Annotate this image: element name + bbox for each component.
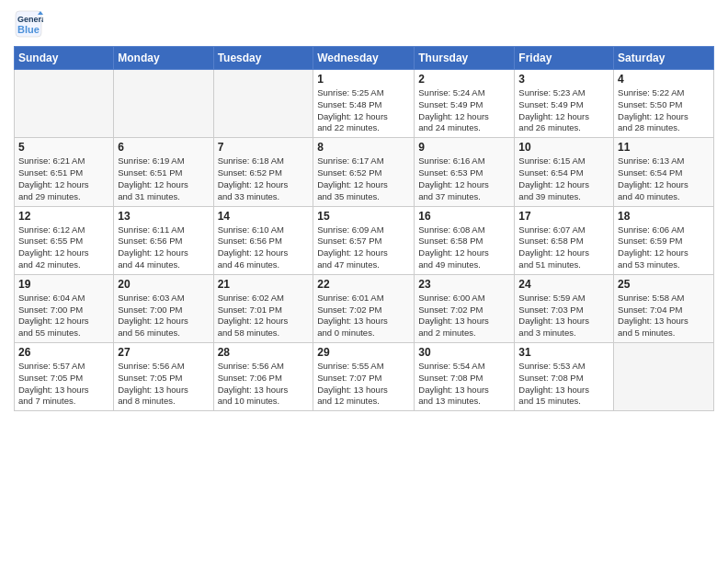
day-number: 1: [317, 73, 410, 86]
calendar-week-row: 19Sunrise: 6:04 AM Sunset: 7:00 PM Dayli…: [15, 274, 714, 342]
svg-text:Blue: Blue: [17, 24, 40, 35]
calendar-cell: 14Sunrise: 6:10 AM Sunset: 6:56 PM Dayli…: [213, 206, 313, 274]
day-number: 12: [18, 210, 109, 223]
day-number: 17: [518, 210, 609, 223]
day-info: Sunrise: 6:12 AM Sunset: 6:55 PM Dayligh…: [18, 224, 109, 271]
day-number: 21: [218, 278, 310, 291]
day-number: 27: [118, 346, 209, 359]
day-info: Sunrise: 6:16 AM Sunset: 6:53 PM Dayligh…: [418, 155, 510, 202]
calendar-week-row: 1Sunrise: 5:25 AM Sunset: 5:48 PM Daylig…: [15, 70, 714, 138]
calendar-weekday-friday: Friday: [515, 47, 614, 70]
logo-svg: General Blue: [14, 9, 43, 39]
calendar-cell: 29Sunrise: 5:55 AM Sunset: 7:07 PM Dayli…: [313, 343, 415, 411]
day-info: Sunrise: 6:04 AM Sunset: 7:00 PM Dayligh…: [18, 293, 109, 339]
day-info: Sunrise: 6:02 AM Sunset: 7:01 PM Dayligh…: [218, 293, 310, 339]
calendar-cell: 28Sunrise: 5:56 AM Sunset: 7:06 PM Dayli…: [213, 343, 313, 411]
day-number: 23: [418, 278, 510, 291]
day-info: Sunrise: 6:00 AM Sunset: 7:02 PM Dayligh…: [418, 293, 510, 339]
day-number: 6: [118, 141, 209, 154]
calendar-cell: 27Sunrise: 5:56 AM Sunset: 7:05 PM Dayli…: [114, 343, 213, 411]
calendar-cell: 12Sunrise: 6:12 AM Sunset: 6:55 PM Dayli…: [15, 206, 114, 274]
calendar-cell: 1Sunrise: 5:25 AM Sunset: 5:48 PM Daylig…: [313, 70, 415, 138]
day-number: 8: [317, 141, 410, 154]
day-number: 13: [118, 210, 209, 223]
day-info: Sunrise: 6:15 AM Sunset: 6:54 PM Dayligh…: [518, 155, 609, 202]
calendar-cell: 19Sunrise: 6:04 AM Sunset: 7:00 PM Dayli…: [15, 274, 114, 342]
day-info: Sunrise: 6:09 AM Sunset: 6:57 PM Dayligh…: [317, 224, 410, 271]
calendar-cell: 4Sunrise: 5:22 AM Sunset: 5:50 PM Daylig…: [614, 70, 714, 138]
day-info: Sunrise: 5:25 AM Sunset: 5:48 PM Dayligh…: [317, 87, 410, 134]
day-number: 15: [317, 210, 410, 223]
calendar-cell: [15, 70, 114, 138]
day-number: 22: [317, 278, 410, 291]
day-info: Sunrise: 5:55 AM Sunset: 7:07 PM Dayligh…: [317, 361, 410, 408]
day-info: Sunrise: 5:59 AM Sunset: 7:03 PM Dayligh…: [518, 293, 609, 339]
calendar-cell: 17Sunrise: 6:07 AM Sunset: 6:58 PM Dayli…: [515, 206, 614, 274]
logo-graphic: General Blue: [14, 9, 43, 39]
calendar-cell: 5Sunrise: 6:21 AM Sunset: 6:51 PM Daylig…: [15, 138, 114, 206]
day-info: Sunrise: 6:19 AM Sunset: 6:51 PM Dayligh…: [118, 155, 209, 202]
calendar-cell: 8Sunrise: 6:17 AM Sunset: 6:52 PM Daylig…: [313, 138, 415, 206]
day-info: Sunrise: 6:06 AM Sunset: 6:59 PM Dayligh…: [618, 224, 710, 271]
day-info: Sunrise: 5:23 AM Sunset: 5:49 PM Dayligh…: [518, 87, 609, 134]
day-info: Sunrise: 6:17 AM Sunset: 6:52 PM Dayligh…: [317, 155, 410, 202]
calendar-cell: 26Sunrise: 5:57 AM Sunset: 7:05 PM Dayli…: [15, 343, 114, 411]
calendar-cell: 24Sunrise: 5:59 AM Sunset: 7:03 PM Dayli…: [515, 274, 614, 342]
calendar-cell: 16Sunrise: 6:08 AM Sunset: 6:58 PM Dayli…: [415, 206, 515, 274]
calendar-week-row: 26Sunrise: 5:57 AM Sunset: 7:05 PM Dayli…: [15, 343, 714, 411]
calendar-cell: 2Sunrise: 5:24 AM Sunset: 5:49 PM Daylig…: [415, 70, 515, 138]
calendar-cell: 13Sunrise: 6:11 AM Sunset: 6:56 PM Dayli…: [114, 206, 213, 274]
day-info: Sunrise: 6:21 AM Sunset: 6:51 PM Dayligh…: [18, 155, 109, 202]
calendar-cell: 20Sunrise: 6:03 AM Sunset: 7:00 PM Dayli…: [114, 274, 213, 342]
day-info: Sunrise: 5:56 AM Sunset: 7:06 PM Dayligh…: [218, 361, 310, 408]
day-info: Sunrise: 6:18 AM Sunset: 6:52 PM Dayligh…: [218, 155, 310, 202]
day-number: 4: [618, 73, 710, 86]
calendar-cell: 18Sunrise: 6:06 AM Sunset: 6:59 PM Dayli…: [614, 206, 714, 274]
header: General Blue: [14, 9, 714, 39]
calendar-cell: 23Sunrise: 6:00 AM Sunset: 7:02 PM Dayli…: [415, 274, 515, 342]
day-number: 29: [317, 346, 410, 359]
day-info: Sunrise: 6:03 AM Sunset: 7:00 PM Dayligh…: [118, 293, 209, 339]
calendar-header-row: SundayMondayTuesdayWednesdayThursdayFrid…: [15, 47, 714, 70]
calendar-cell: 30Sunrise: 5:54 AM Sunset: 7:08 PM Dayli…: [415, 343, 515, 411]
day-number: 11: [618, 141, 710, 154]
calendar-cell: 22Sunrise: 6:01 AM Sunset: 7:02 PM Dayli…: [313, 274, 415, 342]
day-info: Sunrise: 5:56 AM Sunset: 7:05 PM Dayligh…: [118, 361, 209, 408]
calendar-weekday-sunday: Sunday: [15, 47, 114, 70]
calendar-weekday-saturday: Saturday: [614, 47, 714, 70]
day-number: 20: [118, 278, 209, 291]
day-number: 5: [18, 141, 109, 154]
day-number: 31: [518, 346, 609, 359]
calendar-cell: [213, 70, 313, 138]
day-number: 7: [218, 141, 310, 154]
day-info: Sunrise: 5:57 AM Sunset: 7:05 PM Dayligh…: [18, 361, 109, 408]
calendar-cell: 10Sunrise: 6:15 AM Sunset: 6:54 PM Dayli…: [515, 138, 614, 206]
day-number: 16: [418, 210, 510, 223]
calendar-cell: 3Sunrise: 5:23 AM Sunset: 5:49 PM Daylig…: [515, 70, 614, 138]
calendar-cell: 21Sunrise: 6:02 AM Sunset: 7:01 PM Dayli…: [213, 274, 313, 342]
day-number: 28: [218, 346, 310, 359]
calendar-table: SundayMondayTuesdayWednesdayThursdayFrid…: [14, 46, 714, 411]
calendar-cell: 7Sunrise: 6:18 AM Sunset: 6:52 PM Daylig…: [213, 138, 313, 206]
day-info: Sunrise: 5:53 AM Sunset: 7:08 PM Dayligh…: [518, 361, 609, 408]
page-container: General Blue SundayMondayTuesdayWednesda…: [0, 0, 728, 563]
day-number: 3: [518, 73, 609, 86]
day-info: Sunrise: 6:08 AM Sunset: 6:58 PM Dayligh…: [418, 224, 510, 271]
calendar-cell: [614, 343, 714, 411]
calendar-cell: 31Sunrise: 5:53 AM Sunset: 7:08 PM Dayli…: [515, 343, 614, 411]
day-info: Sunrise: 6:07 AM Sunset: 6:58 PM Dayligh…: [518, 224, 609, 271]
logo: General Blue: [14, 9, 43, 39]
calendar-week-row: 12Sunrise: 6:12 AM Sunset: 6:55 PM Dayli…: [15, 206, 714, 274]
day-number: 19: [18, 278, 109, 291]
day-number: 25: [618, 278, 710, 291]
calendar-cell: 25Sunrise: 5:58 AM Sunset: 7:04 PM Dayli…: [614, 274, 714, 342]
calendar-cell: 6Sunrise: 6:19 AM Sunset: 6:51 PM Daylig…: [114, 138, 213, 206]
day-number: 24: [518, 278, 609, 291]
day-number: 14: [218, 210, 310, 223]
day-number: 30: [418, 346, 510, 359]
calendar-cell: 11Sunrise: 6:13 AM Sunset: 6:54 PM Dayli…: [614, 138, 714, 206]
day-info: Sunrise: 5:24 AM Sunset: 5:49 PM Dayligh…: [418, 87, 510, 134]
calendar-cell: 15Sunrise: 6:09 AM Sunset: 6:57 PM Dayli…: [313, 206, 415, 274]
day-number: 9: [418, 141, 510, 154]
calendar-cell: 9Sunrise: 6:16 AM Sunset: 6:53 PM Daylig…: [415, 138, 515, 206]
